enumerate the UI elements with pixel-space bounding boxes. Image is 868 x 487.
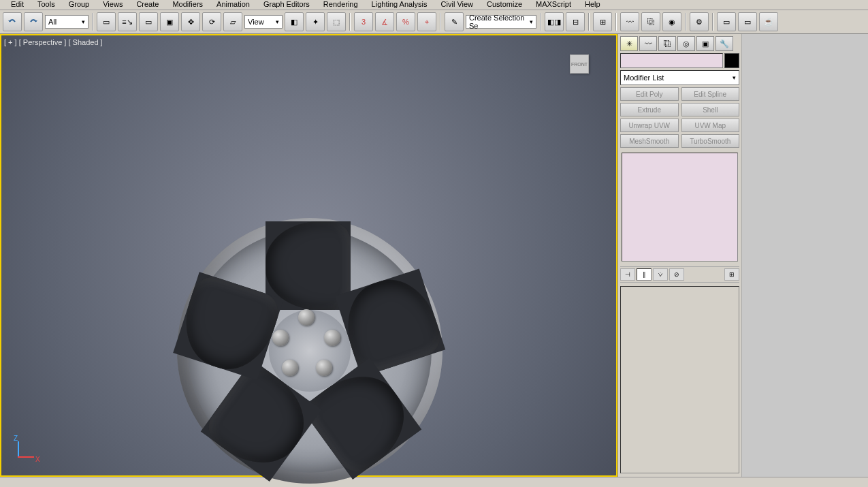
menu-animation[interactable]: Animation xyxy=(210,0,257,10)
selection-region-icon[interactable]: ▭ xyxy=(139,12,158,31)
make-unique-icon[interactable]: ⩒ xyxy=(653,268,668,281)
mirror-icon[interactable]: ◧◨ xyxy=(545,12,564,31)
quickmod-turbosmooth[interactable]: TurboSmooth xyxy=(681,134,740,148)
select-manipulate-icon[interactable]: ✦ xyxy=(306,12,325,31)
quickmod-shell[interactable]: Shell xyxy=(681,103,740,116)
pin-stack-icon[interactable]: ⊣ xyxy=(620,268,635,281)
menu-modifiers[interactable]: Modifiers xyxy=(165,0,210,10)
select-move-icon[interactable]: ✥ xyxy=(181,12,200,31)
menu-help[interactable]: Help xyxy=(578,0,607,10)
quickmod-edit-spline[interactable]: Edit Spline xyxy=(681,87,740,101)
reference-coord-dropdown[interactable]: View xyxy=(244,15,283,29)
utilities-tab[interactable]: 🔧 xyxy=(716,36,733,51)
viewcube[interactable]: FRONT xyxy=(570,54,589,74)
select-scale-icon[interactable]: ▱ xyxy=(223,12,242,31)
modify-tab[interactable]: 〰 xyxy=(639,36,657,51)
create-tab[interactable]: ✳ xyxy=(620,36,638,51)
spinner-snap-icon[interactable]: ⌖ xyxy=(417,12,436,31)
motion-tab[interactable]: ◎ xyxy=(677,36,695,51)
select-by-name-icon[interactable]: ≡↘ xyxy=(118,12,137,31)
quickmod-uvw-map[interactable]: UVW Map xyxy=(681,119,740,132)
hierarchy-tab[interactable]: ⿻ xyxy=(658,36,676,51)
modifier-stack-tools: ⊣ ∥ ⩒ ⊘ ⊞ xyxy=(620,266,739,283)
configure-sets-icon[interactable]: ⊞ xyxy=(724,268,739,281)
snap-toggle-icon[interactable]: 3 xyxy=(354,12,373,31)
quickmod-edit-poly[interactable]: Edit Poly xyxy=(620,87,679,101)
menu-edit[interactable]: Edit xyxy=(4,0,31,10)
quickmod-unwrap-uvw[interactable]: Unwrap UVW xyxy=(620,119,679,132)
menu-views[interactable]: Views xyxy=(96,0,129,10)
object-color-swatch[interactable] xyxy=(724,53,739,68)
select-rotate-icon[interactable]: ⟳ xyxy=(202,12,221,31)
curve-editor-icon[interactable]: 〰 xyxy=(620,12,639,31)
menu-graph-editors[interactable]: Graph Editors xyxy=(257,0,317,10)
menu-create[interactable]: Create xyxy=(129,0,165,10)
right-empty-pane xyxy=(741,34,868,477)
render-icon[interactable]: ☕ xyxy=(759,12,778,31)
main-toolbar: All ▭ ≡↘ ▭ ▣ ✥ ⟳ ▱ View ◧ ✦ ⬚ 3 ∡ % ⌖ ✎ … xyxy=(0,10,868,34)
rollout-area[interactable] xyxy=(620,286,739,473)
viewport-container: [ + ] [ Perspective ] [ Shaded ] FRONT Z… xyxy=(0,34,617,477)
axis-gizmo: Z X xyxy=(18,437,42,462)
render-production-icon[interactable]: ▭ xyxy=(738,12,757,31)
modifier-list-dropdown[interactable]: Modifier List xyxy=(620,70,739,85)
menu-customize[interactable]: Customize xyxy=(480,0,529,10)
schematic-view-icon[interactable]: ⿻ xyxy=(641,12,660,31)
select-object-icon[interactable]: ▭ xyxy=(97,12,116,31)
named-selection-set-dropdown[interactable]: Create Selection Se xyxy=(466,15,536,29)
menu-civil-view[interactable]: Civil View xyxy=(434,0,480,10)
redo-icon[interactable] xyxy=(24,12,43,31)
angle-snap-icon[interactable]: ∡ xyxy=(375,12,394,31)
edit-selection-set-icon[interactable]: ✎ xyxy=(445,12,464,31)
wheel-object[interactable] xyxy=(177,218,443,484)
use-pivot-icon[interactable]: ◧ xyxy=(285,12,304,31)
quickmod-extrude[interactable]: Extrude xyxy=(620,103,679,116)
menu-bar: Edit Tools Group Views Create Modifiers … xyxy=(0,0,868,10)
command-panel: ✳ 〰 ⿻ ◎ ▣ 🔧 Modifier List Edit Poly Edit… xyxy=(617,34,741,477)
keyboard-shortcut-icon[interactable]: ⬚ xyxy=(327,12,346,31)
undo-icon[interactable] xyxy=(3,12,22,31)
status-bar xyxy=(0,477,868,487)
render-frame-icon[interactable]: ▭ xyxy=(717,12,736,31)
render-setup-icon[interactable]: ⚙ xyxy=(690,12,709,31)
viewport-label[interactable]: [ + ] [ Perspective ] [ Shaded ] xyxy=(4,38,103,46)
menu-maxscript[interactable]: MAXScript xyxy=(529,0,578,10)
menu-tools[interactable]: Tools xyxy=(31,0,62,10)
material-editor-icon[interactable]: ◉ xyxy=(662,12,681,31)
percent-snap-icon[interactable]: % xyxy=(396,12,415,31)
object-name-input[interactable] xyxy=(620,53,723,68)
window-crossing-icon[interactable]: ▣ xyxy=(160,12,179,31)
menu-group[interactable]: Group xyxy=(62,0,97,10)
perspective-viewport[interactable]: [ + ] [ Perspective ] [ Shaded ] FRONT Z… xyxy=(0,34,617,477)
layer-manager-icon[interactable]: ⊞ xyxy=(593,12,612,31)
remove-modifier-icon[interactable]: ⊘ xyxy=(669,268,684,281)
modifier-stack[interactable] xyxy=(622,153,738,262)
command-panel-tabs: ✳ 〰 ⿻ ◎ ▣ 🔧 xyxy=(620,36,739,51)
quickmod-meshsmooth[interactable]: MeshSmooth xyxy=(620,134,679,148)
selection-filter-dropdown[interactable]: All xyxy=(45,15,89,29)
align-icon[interactable]: ⊟ xyxy=(566,12,585,31)
menu-rendering[interactable]: Rendering xyxy=(317,0,365,10)
display-tab[interactable]: ▣ xyxy=(696,36,714,51)
show-end-result-icon[interactable]: ∥ xyxy=(637,268,652,281)
menu-lighting-analysis[interactable]: Lighting Analysis xyxy=(365,0,434,10)
